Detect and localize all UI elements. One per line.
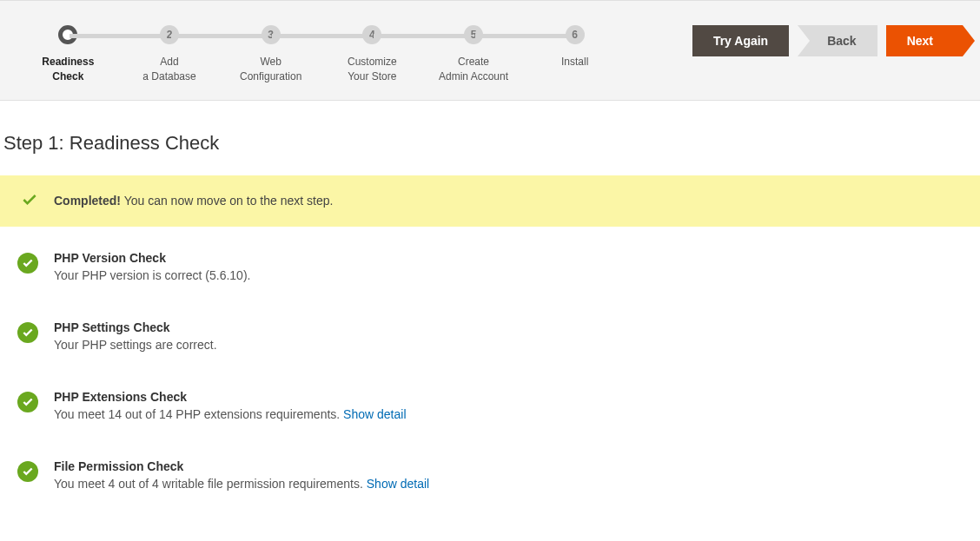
check-item: PHP Settings CheckYour PHP settings are … [17, 320, 963, 352]
step-6[interactable]: 6Install [524, 25, 626, 69]
page-title: Step 1: Readiness Check [0, 101, 980, 175]
check-content: PHP Extensions CheckYou meet 14 out of 1… [54, 390, 407, 421]
success-icon [17, 322, 38, 343]
check-content: File Permission CheckYou meet 4 out of 4… [54, 459, 429, 491]
step-label: CustomizeYour Store [348, 55, 397, 84]
show-detail-link[interactable]: Show detail [367, 477, 429, 491]
action-buttons: Try Again Back Next [692, 25, 963, 56]
check-content: PHP Settings CheckYour PHP settings are … [54, 320, 217, 352]
show-detail-link[interactable]: Show detail [343, 407, 406, 421]
completion-alert: Completed! You can now move on to the ne… [0, 175, 980, 227]
check-description: You meet 4 out of 4 writable file permis… [54, 477, 429, 491]
check-title: PHP Version Check [54, 251, 250, 265]
check-list: PHP Version CheckYour PHP version is cor… [0, 227, 980, 541]
step-label: Install [561, 55, 588, 69]
check-item: PHP Extensions CheckYou meet 14 out of 1… [17, 390, 963, 421]
check-title: File Permission Check [54, 459, 429, 473]
check-description: Your PHP settings are correct. [54, 338, 217, 352]
back-button[interactable]: Back [798, 25, 877, 56]
check-description: Your PHP version is correct (5.6.10). [54, 268, 250, 282]
try-again-button[interactable]: Try Again [692, 25, 789, 56]
stepper: ReadinessCheck2Adda Database3WebConfigur… [17, 25, 626, 84]
check-title: PHP Settings Check [54, 320, 217, 334]
next-button[interactable]: Next [886, 25, 963, 56]
check-content: PHP Version CheckYour PHP version is cor… [54, 251, 250, 282]
step-label: ReadinessCheck [42, 55, 94, 84]
step-3[interactable]: 3WebConfiguration [220, 25, 321, 84]
check-item: PHP Version CheckYour PHP version is cor… [17, 251, 963, 282]
step-label: CreateAdmin Account [439, 55, 508, 84]
success-icon [17, 253, 38, 274]
step-5[interactable]: 5CreateAdmin Account [423, 25, 525, 84]
success-icon [17, 392, 38, 412]
step-4[interactable]: 4CustomizeYour Store [321, 25, 423, 84]
check-description: You meet 14 out of 14 PHP extensions req… [54, 407, 407, 421]
step-1[interactable]: ReadinessCheck [17, 25, 119, 84]
check-icon [21, 191, 38, 211]
step-2[interactable]: 2Adda Database [119, 25, 221, 84]
check-item: File Permission CheckYou meet 4 out of 4… [17, 459, 963, 491]
step-label: WebConfiguration [240, 55, 301, 84]
success-icon [17, 461, 38, 482]
alert-text: Completed! You can now move on to the ne… [54, 194, 333, 208]
step-circle: 6 [566, 25, 585, 44]
step-label: Adda Database [142, 55, 195, 84]
check-title: PHP Extensions Check [54, 390, 407, 404]
wizard-header: ReadinessCheck2Adda Database3WebConfigur… [0, 0, 980, 101]
